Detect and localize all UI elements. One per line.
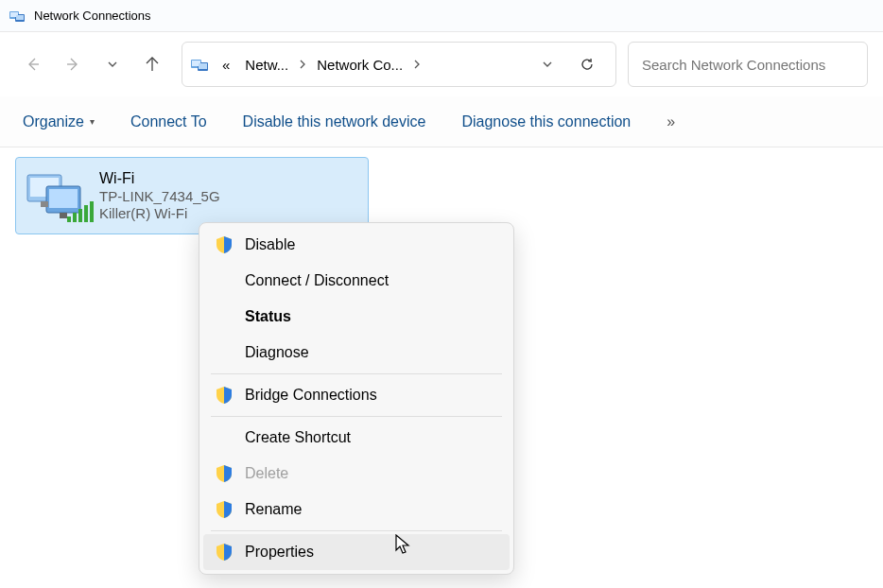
up-button[interactable] — [134, 46, 170, 82]
ctx-diagnose[interactable]: Diagnose — [203, 335, 510, 371]
separator — [211, 530, 502, 531]
svg-rect-16 — [60, 213, 67, 218]
ctx-rename[interactable]: Rename — [203, 492, 510, 527]
window-title: Network Connections — [34, 9, 151, 23]
ctx-bridge-connections[interactable]: Bridge Connections — [203, 377, 510, 413]
disable-device-button[interactable]: Disable this network device — [243, 113, 426, 130]
ctx-properties[interactable]: Properties — [203, 534, 510, 570]
breadcrumb-dropdown-button[interactable] — [528, 46, 566, 82]
search-input[interactable] — [642, 57, 854, 73]
navigation-row: « Netw... Network Co... — [0, 32, 883, 96]
organize-menu[interactable]: Organize ▾ — [23, 113, 95, 130]
adapter-name: Wi-Fi — [99, 170, 220, 187]
ctx-connect-disconnect[interactable]: Connect / Disconnect — [203, 263, 510, 299]
svg-rect-10 — [199, 63, 207, 69]
separator — [211, 416, 502, 417]
breadcrumb-seg-1[interactable]: Netw... — [237, 51, 296, 78]
svg-rect-3 — [16, 15, 24, 20]
recent-dropdown-button[interactable] — [95, 46, 130, 82]
adapter-device: Killer(R) Wi-Fi — [99, 205, 220, 221]
refresh-icon — [579, 56, 596, 73]
connect-to-button[interactable]: Connect To — [130, 113, 207, 130]
shield-icon — [215, 235, 234, 254]
adapter-network: TP-LINK_7434_5G — [99, 188, 220, 204]
svg-rect-15 — [41, 201, 48, 207]
ctx-create-shortcut[interactable]: Create Shortcut — [203, 420, 510, 456]
ctx-delete: Delete — [203, 456, 510, 492]
command-bar: Organize ▾ Connect To Disable this netwo… — [0, 96, 883, 147]
arrow-right-icon — [63, 55, 82, 74]
chevron-down-icon — [541, 58, 554, 71]
signal-strength-icon — [67, 201, 94, 222]
toolbar-overflow-button[interactable]: » — [667, 113, 675, 130]
shield-icon — [215, 543, 234, 562]
arrow-left-icon — [24, 55, 43, 74]
context-menu: Disable Connect / Disconnect Status Diag… — [199, 222, 514, 575]
diagnose-connection-button[interactable]: Diagnose this connection — [461, 113, 631, 130]
chevron-down-icon — [106, 58, 119, 71]
search-box[interactable] — [628, 42, 868, 87]
ctx-disable[interactable]: Disable — [203, 227, 510, 263]
back-button[interactable] — [15, 46, 51, 82]
shield-icon — [215, 500, 234, 519]
breadcrumb[interactable]: « Netw... Network Co... — [182, 42, 616, 87]
separator — [211, 373, 502, 374]
breadcrumb-prefix[interactable]: « — [215, 51, 237, 78]
breadcrumb-seg-2[interactable]: Network Co... — [309, 51, 410, 78]
forward-button[interactable] — [55, 46, 91, 82]
chevron-down-icon: ▾ — [90, 116, 95, 127]
arrow-up-icon — [143, 55, 162, 74]
app-icon — [9, 8, 26, 25]
location-icon — [190, 54, 211, 75]
refresh-button[interactable] — [568, 46, 606, 82]
chevron-right-icon[interactable] — [296, 56, 309, 73]
chevron-right-icon[interactable] — [410, 56, 424, 73]
title-bar: Network Connections — [0, 0, 883, 32]
network-adapter-icon — [24, 165, 92, 226]
ctx-status[interactable]: Status — [203, 299, 510, 335]
shield-icon — [215, 386, 234, 405]
shield-icon — [215, 464, 234, 483]
